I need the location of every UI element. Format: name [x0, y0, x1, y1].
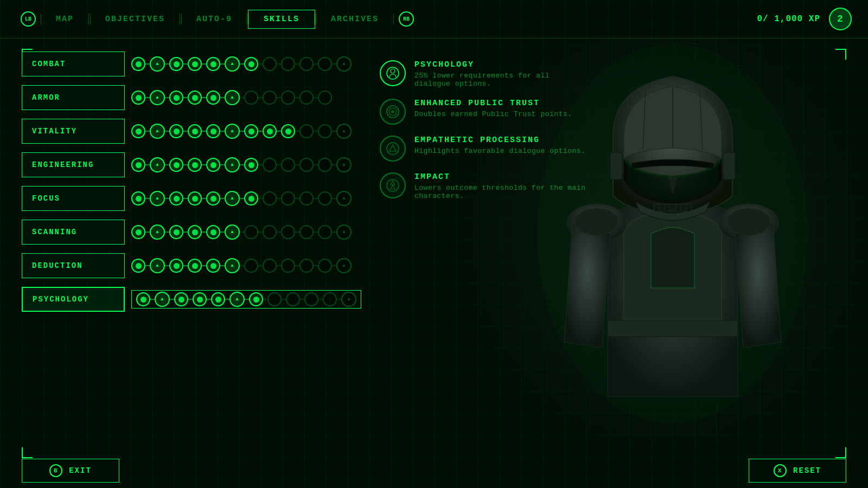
skill-node[interactable] — [188, 124, 202, 138]
skill-node[interactable] — [281, 259, 295, 273]
skill-node[interactable] — [318, 191, 332, 206]
skill-label-engineering[interactable]: ENGINEERING — [22, 152, 125, 177]
skill-node[interactable] — [211, 292, 225, 306]
skill-node[interactable] — [206, 158, 220, 172]
skill-node[interactable] — [263, 191, 277, 206]
skill-node[interactable] — [188, 91, 202, 105]
skill-node[interactable] — [169, 124, 183, 138]
skill-row-engineering[interactable]: ENGINEERING ▲▲▲ — [22, 150, 347, 179]
skill-node[interactable]: ▲ — [336, 124, 352, 139]
skill-node[interactable] — [131, 191, 145, 206]
skill-label-deduction[interactable]: DEDUCTION — [22, 253, 125, 278]
skill-node[interactable]: ▲ — [225, 124, 240, 139]
skill-node[interactable] — [206, 191, 220, 206]
skill-node[interactable] — [318, 259, 332, 273]
skill-row-scanning[interactable]: SCANNING ▲▲▲ — [22, 217, 347, 247]
skill-row-vitality[interactable]: VITALITY ▲▲▲ — [22, 117, 347, 146]
tab-objectives[interactable]: OBJECTIVES — [90, 10, 181, 29]
skill-node[interactable] — [169, 158, 183, 172]
skill-node[interactable] — [281, 191, 295, 206]
skill-node[interactable] — [206, 57, 220, 71]
skill-node[interactable]: ▲ — [150, 258, 165, 273]
skill-node[interactable] — [263, 91, 277, 105]
skill-node[interactable]: ▲ — [150, 56, 165, 72]
skill-node[interactable]: ▲ — [225, 56, 240, 72]
skill-node[interactable] — [244, 91, 258, 105]
skill-node[interactable] — [299, 225, 314, 239]
skill-node[interactable] — [244, 225, 258, 239]
lb-button[interactable]: LB — [21, 11, 36, 27]
skill-node[interactable] — [318, 124, 332, 138]
skill-node[interactable] — [299, 91, 314, 105]
skill-row-deduction[interactable]: DEDUCTION ▲▲▲ — [22, 251, 347, 280]
skill-node[interactable]: ▲ — [155, 292, 170, 307]
skill-node[interactable]: ▲ — [225, 90, 240, 105]
skill-node[interactable] — [263, 57, 277, 71]
skill-row-combat[interactable]: COMBAT ▲▲▲ — [22, 49, 347, 79]
skill-node[interactable] — [169, 191, 183, 206]
rb-button[interactable]: RB — [399, 11, 414, 27]
skill-node[interactable] — [323, 292, 337, 306]
skill-node[interactable] — [249, 292, 263, 306]
skill-node[interactable] — [263, 225, 277, 239]
skill-node[interactable]: ▲ — [336, 56, 352, 72]
tab-map[interactable]: MAP — [40, 10, 90, 29]
skill-node[interactable]: ▲ — [150, 90, 165, 105]
skill-row-armor[interactable]: ARMOR ▲▲ — [22, 83, 347, 112]
skill-node[interactable]: ▲ — [225, 258, 240, 273]
skill-node[interactable] — [188, 191, 202, 206]
reset-button[interactable]: X RESET — [749, 459, 846, 483]
skill-node[interactable] — [188, 225, 202, 239]
tab-auto9[interactable]: AUTO-9 — [181, 10, 248, 29]
skill-node[interactable] — [206, 259, 220, 273]
skill-node[interactable] — [169, 91, 183, 105]
skill-node[interactable] — [318, 158, 332, 172]
exit-button[interactable]: B EXIT — [22, 459, 119, 483]
skill-node[interactable] — [244, 191, 258, 206]
skill-node[interactable] — [136, 292, 150, 306]
skill-label-armor[interactable]: ARMOR — [22, 85, 125, 110]
skill-node[interactable] — [188, 158, 202, 172]
skill-node[interactable] — [304, 292, 318, 306]
skill-label-scanning[interactable]: SCANNING — [22, 220, 125, 245]
skill-node[interactable] — [263, 259, 277, 273]
skill-node[interactable] — [281, 91, 295, 105]
skill-node[interactable] — [281, 158, 295, 172]
skill-node[interactable] — [281, 124, 295, 138]
skill-node[interactable] — [244, 57, 258, 71]
skill-node[interactable] — [318, 91, 332, 105]
skill-node[interactable]: ▲ — [150, 157, 165, 172]
skill-node[interactable] — [318, 57, 332, 71]
skill-node[interactable] — [188, 57, 202, 71]
skill-node[interactable]: ▲ — [225, 191, 240, 206]
skill-node[interactable] — [286, 292, 300, 306]
skill-node[interactable] — [206, 91, 220, 105]
skill-label-focus[interactable]: FOCUS — [22, 186, 125, 211]
skill-node[interactable]: ▲ — [229, 292, 245, 307]
skill-node[interactable]: ▲ — [150, 224, 165, 240]
skill-label-vitality[interactable]: VITALITY — [22, 119, 125, 144]
skill-node[interactable]: ▲ — [336, 258, 352, 273]
skill-node[interactable]: ▲ — [336, 224, 352, 240]
skill-node[interactable]: ▲ — [225, 224, 240, 240]
skill-node[interactable] — [244, 259, 258, 273]
skill-node[interactable] — [206, 225, 220, 239]
skill-node[interactable]: ▲ — [336, 157, 352, 172]
skill-node[interactable] — [188, 259, 202, 273]
skill-node[interactable] — [131, 57, 145, 71]
skill-node[interactable] — [131, 158, 145, 172]
skill-node[interactable] — [193, 292, 207, 306]
skill-node[interactable]: ▲ — [341, 292, 356, 307]
skill-node[interactable] — [206, 124, 220, 138]
skill-label-psychology[interactable]: PSYCHOLOGY — [22, 287, 125, 312]
skill-node[interactable]: ▲ — [150, 191, 165, 206]
skill-node[interactable] — [131, 124, 145, 138]
skill-node[interactable] — [281, 57, 295, 71]
tab-skills[interactable]: SKILLS — [248, 10, 315, 29]
skill-node[interactable] — [299, 124, 314, 138]
skill-row-psychology[interactable]: PSYCHOLOGY ▲▲▲ — [22, 285, 347, 314]
skill-node[interactable] — [131, 91, 145, 105]
skill-node[interactable] — [263, 124, 277, 138]
skill-node[interactable] — [318, 225, 332, 239]
skill-node[interactable] — [299, 191, 314, 206]
